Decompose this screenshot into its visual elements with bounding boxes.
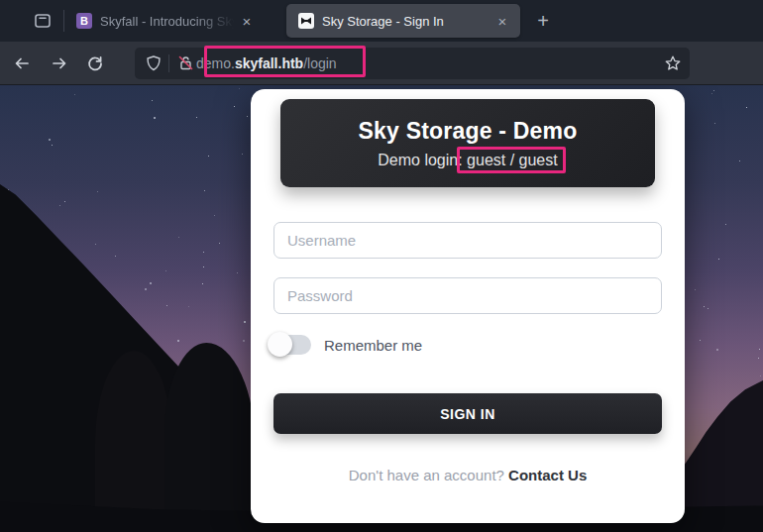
star: [203, 252, 204, 253]
tab-skyfall[interactable]: B Skyfall - Introducing Sky Sto ×: [68, 4, 263, 38]
star: [178, 237, 179, 238]
star: [704, 306, 705, 307]
no-account-text: Don't have an account?: [349, 467, 508, 483]
reload-button[interactable]: [79, 49, 111, 78]
star: [716, 349, 718, 351]
star: [746, 107, 747, 108]
star: [247, 116, 248, 117]
reload-icon: [86, 54, 104, 72]
shield-icon[interactable]: [145, 54, 163, 72]
url-domain: skyfall.htb: [235, 55, 303, 71]
firefox-view-button[interactable]: [22, 4, 63, 38]
bookmark-star-icon[interactable]: [664, 54, 682, 72]
back-arrow-icon: [13, 54, 31, 72]
star: [714, 123, 715, 124]
browser-window: B Skyfall - Introducing Sky Sto × Sky St…: [0, 0, 763, 532]
tab-title: Skyfall - Introducing Sky Sto: [100, 14, 237, 29]
star: [739, 160, 740, 161]
navigation-toolbar: demo.skyfall.htb/login: [0, 42, 763, 85]
skyfall-favicon-icon: B: [76, 13, 92, 29]
star: [219, 243, 220, 244]
contact-us-link[interactable]: Contact Us: [508, 467, 587, 483]
url-subdomain: demo.: [196, 55, 235, 71]
bowtie-favicon-icon: [298, 13, 314, 29]
forward-button[interactable]: [44, 49, 75, 78]
star: [214, 215, 215, 216]
star: [49, 139, 51, 141]
login-card-header: Sky Storage - Demo Demo login: guest / g…: [280, 99, 655, 187]
star: [52, 145, 53, 146]
sign-in-button[interactable]: SIGN IN: [273, 393, 662, 434]
star: [74, 94, 75, 95]
star: [145, 288, 147, 290]
star: [234, 106, 235, 107]
star: [243, 340, 245, 342]
close-tab-icon[interactable]: ×: [492, 11, 512, 31]
url-bar[interactable]: demo.skyfall.htb/login: [135, 48, 690, 79]
demo-credentials-hint: Demo login: guest / guest: [280, 152, 655, 169]
star: [166, 305, 167, 306]
star: [244, 321, 246, 323]
star: [695, 289, 696, 290]
urlbar-separator: [168, 54, 169, 72]
star: [150, 282, 152, 284]
close-tab-icon[interactable]: ×: [237, 11, 257, 31]
toggle-thumb: [268, 332, 292, 357]
star: [760, 375, 761, 376]
login-card: Sky Storage - Demo Demo login: guest / g…: [251, 89, 685, 523]
star: [242, 154, 243, 155]
star: [700, 340, 701, 341]
tab-bar: B Skyfall - Introducing Sky Sto × Sky St…: [0, 0, 763, 42]
star: [718, 259, 719, 260]
star: [713, 90, 714, 91]
star: [204, 190, 205, 191]
demo-login-label: Demo login:: [378, 152, 467, 168]
signup-footer: Don't have an account? Contact Us: [251, 467, 685, 483]
star: [177, 340, 179, 342]
star: [188, 306, 189, 307]
new-tab-button[interactable]: +: [528, 6, 558, 36]
star: [758, 358, 759, 359]
star: [203, 266, 204, 267]
url-path: /login: [303, 55, 336, 71]
page-content: Sky Storage - Demo Demo login: guest / g…: [0, 85, 763, 532]
star: [239, 88, 240, 89]
app-title: Sky Storage - Demo: [280, 118, 655, 145]
remember-me-toggle[interactable]: [270, 335, 311, 355]
back-button[interactable]: [6, 49, 38, 78]
username-input[interactable]: [273, 222, 662, 259]
star: [154, 117, 156, 119]
star: [711, 93, 712, 94]
firefox-view-icon: [33, 11, 53, 31]
tab-title: Sky Storage - Sign In: [322, 14, 492, 29]
insecure-lock-icon[interactable]: [177, 54, 194, 71]
remember-me-label: Remember me: [324, 337, 422, 354]
forward-arrow-icon: [51, 54, 68, 72]
star: [152, 100, 153, 101]
star: [708, 308, 708, 309]
star: [115, 256, 116, 257]
tab-separator: [63, 10, 64, 32]
star: [95, 244, 96, 245]
star: [208, 156, 209, 157]
star: [59, 205, 60, 206]
star: [202, 283, 203, 284]
star: [196, 117, 197, 118]
star: [165, 270, 166, 271]
demo-credentials-value: guest / guest: [467, 152, 558, 168]
star: [759, 349, 760, 350]
star: [64, 201, 65, 202]
password-input[interactable]: [273, 277, 662, 314]
star: [97, 191, 98, 192]
star: [725, 224, 726, 225]
url-text[interactable]: demo.skyfall.htb/login: [196, 55, 337, 71]
tab-sky-storage-signin[interactable]: Sky Storage - Sign In ×: [286, 4, 520, 38]
remember-me-row: Remember me: [270, 335, 422, 355]
star: [237, 272, 238, 273]
rock-bump: [95, 351, 172, 532]
